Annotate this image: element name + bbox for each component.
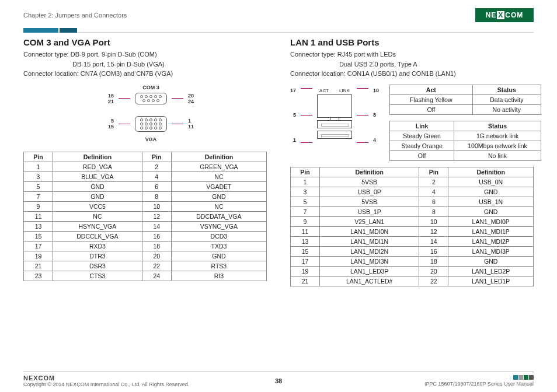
lead-line bbox=[172, 124, 183, 124]
pin-cell: 21 bbox=[291, 276, 320, 286]
def-cell: BLUE_VGA bbox=[53, 172, 142, 181]
def-cell: LAN1_MDI2P bbox=[448, 236, 534, 246]
meta-line: Dual USB 2.0 ports, Type A bbox=[290, 60, 534, 69]
table-row: 5GND6VGADET bbox=[24, 181, 267, 191]
col-def: Definition bbox=[320, 167, 419, 177]
def-cell: RED_VGA bbox=[53, 162, 142, 172]
cell: No activity bbox=[472, 104, 541, 114]
pin-cell: 5 bbox=[24, 181, 53, 191]
def-cell: LAN1_ACTLED# bbox=[320, 276, 419, 286]
def-cell: LAN1_MDI2N bbox=[320, 246, 419, 256]
table-row: OffNo link bbox=[390, 150, 541, 160]
pin-cell: 2 bbox=[419, 177, 448, 187]
table-row: 21LAN1_ACTLED#22LAN1_LED1P bbox=[291, 276, 534, 286]
table-row: 17LAN1_MDI3N18GND bbox=[291, 256, 534, 266]
pin-num: 20 bbox=[188, 93, 194, 99]
table-row: 7GND8GND bbox=[24, 191, 267, 201]
copyright: Copyright © 2014 NEXCOM International Co… bbox=[23, 382, 189, 387]
header-rule bbox=[23, 26, 534, 33]
col-pin: Pin bbox=[24, 152, 53, 162]
cell: Data activity bbox=[472, 94, 541, 104]
port-diagram: 17 5 1 ACT LINK bbox=[290, 88, 379, 143]
def-cell: USB_0P bbox=[320, 187, 419, 197]
def-cell: RI3 bbox=[171, 271, 266, 281]
pin-cell: 11 bbox=[24, 211, 53, 221]
def-cell: USB_1P bbox=[320, 206, 419, 216]
pin-cell: 19 bbox=[291, 266, 320, 276]
table-row: 9VCC510NC bbox=[24, 201, 267, 211]
col-pin: Pin bbox=[419, 167, 448, 177]
pin-num: 4 bbox=[373, 138, 379, 143]
pin-cell: 17 bbox=[24, 241, 53, 251]
cell: Steady Green bbox=[390, 131, 454, 141]
pin-num: 11 bbox=[188, 124, 194, 130]
page-number: 38 bbox=[275, 377, 282, 384]
chapter-label: Chapter 2: Jumpers and Connectors bbox=[23, 12, 127, 19]
def-cell: USB_0N bbox=[448, 177, 534, 187]
def-cell: HSYNC_VGA bbox=[53, 221, 142, 231]
def-cell: DCD3 bbox=[171, 231, 266, 241]
pin-cell: 18 bbox=[142, 241, 171, 251]
pin-cell: 13 bbox=[291, 236, 320, 246]
pin-cell: 13 bbox=[24, 221, 53, 231]
connector-diagram-vga: 5 15 1 11 VGA bbox=[35, 116, 267, 144]
col-def: Definition bbox=[53, 152, 142, 162]
def-cell: GND bbox=[448, 256, 534, 266]
table-row: 3BLUE_VGA4NC bbox=[24, 172, 267, 181]
def-cell: NC bbox=[171, 172, 266, 181]
pin-cell: 3 bbox=[24, 172, 53, 181]
brand-logo: NEXCOM bbox=[475, 8, 534, 22]
def-cell: CTS3 bbox=[53, 271, 142, 281]
pin-cell: 12 bbox=[419, 226, 448, 236]
pin-cell: 6 bbox=[419, 197, 448, 206]
section-title-com-vga: COM 3 and VGA Port bbox=[23, 37, 267, 47]
def-cell: LAN1_MDI0N bbox=[320, 226, 419, 236]
pin-cell: 23 bbox=[24, 271, 53, 281]
lead-line bbox=[119, 98, 130, 99]
table-row: Flashing YellowData activity bbox=[390, 94, 541, 104]
pin-num: 5 bbox=[290, 113, 296, 118]
table-row: 15LAN1_MDI2N16LAN1_MDI3P bbox=[291, 246, 534, 256]
cell: Steady Orange bbox=[390, 141, 454, 150]
def-cell: DSR3 bbox=[53, 261, 142, 271]
def-cell: RXD3 bbox=[53, 241, 142, 251]
pin-cell: 14 bbox=[419, 236, 448, 246]
lead-line bbox=[172, 98, 183, 99]
def-cell: RTS3 bbox=[171, 261, 266, 271]
pin-cell: 11 bbox=[291, 226, 320, 236]
cell: 100Mbps network link bbox=[454, 141, 541, 150]
def-cell: DDCCLK_VGA bbox=[53, 231, 142, 241]
pin-cell: 4 bbox=[419, 187, 448, 197]
pin-cell: 15 bbox=[24, 231, 53, 241]
pin-cell: 8 bbox=[419, 206, 448, 216]
cell: No link bbox=[454, 150, 541, 160]
table-row: 13LAN1_MDI1N14LAN1_MDI2P bbox=[291, 236, 534, 246]
usb-slot-icon bbox=[317, 131, 352, 139]
page-footer: NEXCOM Copyright © 2014 NEXCOM Internati… bbox=[23, 372, 534, 387]
pin-cell: 17 bbox=[291, 256, 320, 266]
footer-squares-icon bbox=[424, 375, 534, 380]
def-cell: LAN1_LED2P bbox=[448, 266, 534, 276]
diagram-label: VGA bbox=[145, 136, 157, 142]
col-status: Status bbox=[454, 121, 541, 131]
table-row: 23CTS324RI3 bbox=[24, 271, 267, 281]
table-row: 15DDCCLK_VGA16DCD3 bbox=[24, 231, 267, 241]
pin-cell: 16 bbox=[419, 246, 448, 256]
table-row: 11LAN1_MDI0N12LAN1_MDI1P bbox=[291, 226, 534, 236]
usb-slot-icon bbox=[317, 120, 352, 128]
pin-cell: 14 bbox=[142, 221, 171, 231]
table-row: Steady Green1G network link bbox=[390, 131, 541, 141]
table-row: 21DSR322RTS3 bbox=[24, 261, 267, 271]
table-row: 3USB_0P4GND bbox=[291, 187, 534, 197]
pin-cell: 20 bbox=[419, 266, 448, 276]
pin-cell: 5 bbox=[291, 197, 320, 206]
table-row: 55VSB6USB_1N bbox=[291, 197, 534, 206]
diagram-label: COM 3 bbox=[142, 85, 159, 90]
manual-name: IPPC 1560T/1960T/2160P Series User Manua… bbox=[424, 381, 534, 387]
def-cell: LAN1_MDI1P bbox=[448, 226, 534, 236]
col-pin: Pin bbox=[142, 152, 171, 162]
left-column: COM 3 and VGA Port Connector type: DB-9 … bbox=[23, 37, 267, 286]
def-cell: DTR3 bbox=[53, 251, 142, 261]
def-cell: USB_1N bbox=[448, 197, 534, 206]
pin-cell: 2 bbox=[142, 162, 171, 172]
